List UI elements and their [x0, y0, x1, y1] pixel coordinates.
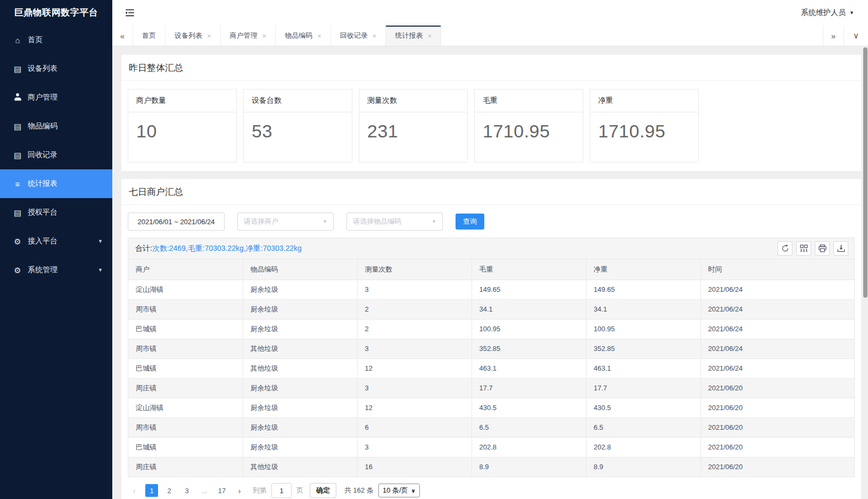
export-button[interactable]: [833, 241, 848, 256]
cell-measure-count: 3: [357, 437, 472, 457]
item-code-select[interactable]: 请选择物品编码 ▼: [346, 212, 443, 231]
cell-gross-weight: 100.95: [472, 319, 586, 339]
close-icon[interactable]: ×: [373, 32, 377, 39]
cell-measure-count: 12: [357, 358, 472, 378]
sidebar-item-label: 授权平台: [28, 208, 57, 217]
cell-item-code: 其他垃圾: [243, 457, 357, 477]
cell-time: 2021/06/20: [700, 437, 854, 457]
cell-net-weight: 352.85: [586, 339, 700, 358]
cell-item-code: 厨余垃圾: [243, 319, 357, 339]
tab-devices[interactable]: 设备列表 ×: [166, 26, 221, 46]
close-icon[interactable]: ×: [262, 32, 267, 39]
page-size-select[interactable]: 10 条/页 ∨: [378, 484, 420, 497]
next-page-button[interactable]: ›: [233, 484, 246, 497]
columns-icon: [800, 244, 808, 252]
card-gross-weight: 毛重 1710.95: [474, 89, 583, 162]
sidebar-item-devices[interactable]: ▤ 设备列表: [0, 54, 112, 83]
cell-net-weight: 149.65: [586, 280, 700, 299]
card-label: 设备台数: [244, 89, 352, 112]
card-device-count: 设备台数 53: [243, 89, 352, 162]
cell-measure-count: 2: [357, 299, 472, 319]
cell-time: 2021/06/24: [700, 299, 854, 319]
tab-merchants[interactable]: 商户管理 ×: [221, 26, 276, 46]
cell-gross-weight: 8.9: [472, 457, 586, 477]
sidebar-item-label: 商户管理: [28, 93, 57, 102]
card-label: 测量次数: [359, 89, 467, 112]
tab-item-codes[interactable]: 物品编码 ×: [276, 26, 331, 46]
goto-page-input[interactable]: [271, 483, 292, 498]
caret-down-icon: ▼: [323, 219, 327, 224]
sidebar-item-access-platform[interactable]: ⚙ 接入平台 ▼: [0, 227, 112, 256]
sidebar-item-auth-platform[interactable]: ▤ 授权平台: [0, 198, 112, 227]
chevron-down-icon: ▼: [98, 239, 103, 244]
sidebar-item-item-codes[interactable]: ▤ 物品编码: [0, 112, 112, 141]
cell-gross-weight: 463.1: [472, 358, 586, 378]
collapse-sidebar-button[interactable]: [125, 9, 134, 17]
sidebar-item-recycle-records[interactable]: ▤ 回收记录: [0, 141, 112, 169]
chevrons-left-icon: «: [120, 31, 125, 40]
tab-statistics[interactable]: 统计报表 ×: [386, 26, 441, 46]
search-button[interactable]: 查询: [456, 214, 484, 230]
cell-item-code: 厨余垃圾: [243, 398, 357, 418]
col-merchant: 商户: [128, 259, 243, 280]
tabs-menu-button[interactable]: ∨: [844, 26, 868, 46]
goto-confirm-button[interactable]: 确定: [310, 483, 336, 498]
cell-net-weight: 8.9: [586, 457, 700, 477]
print-button[interactable]: [815, 241, 830, 256]
table-tool-buttons: [774, 241, 848, 256]
sidebar: 巨鼎物联网数字平台 ⌂ 首页 ▤ 设备列表 商户管理 ▤ 物品编码 ▤ 回收记录…: [0, 0, 112, 499]
cell-measure-count: 16: [357, 457, 472, 477]
vertical-scrollbar[interactable]: [863, 47, 867, 298]
page-button-2[interactable]: 2: [163, 484, 176, 497]
app-root: 巨鼎物联网数字平台 ⌂ 首页 ▤ 设备列表 商户管理 ▤ 物品编码 ▤ 回收记录…: [0, 0, 868, 499]
tab-label: 首页: [142, 31, 156, 40]
page-button-1[interactable]: 1: [145, 484, 158, 497]
content: 昨日整体汇总 商户数量 10 设备台数 53 测量次数 231: [112, 46, 868, 499]
printer-icon: [819, 244, 826, 252]
sidebar-item-label: 统计报表: [28, 179, 57, 189]
chevron-right-icon: ›: [238, 486, 241, 495]
page-button-3[interactable]: 3: [180, 484, 193, 497]
prev-page-button[interactable]: ‹: [128, 484, 140, 497]
cell-time: 2021/06/20: [700, 378, 854, 398]
cell-measure-count: 2: [357, 319, 472, 339]
close-icon[interactable]: ×: [317, 32, 321, 39]
sidebar-item-statistics[interactable]: ≡ 统计报表: [0, 169, 112, 198]
cell-item-code: 厨余垃圾: [243, 437, 357, 457]
sidebar-item-home[interactable]: ⌂ 首页: [0, 26, 112, 54]
sidebar-item-system-management[interactable]: ⚙ 系统管理 ▼: [0, 256, 112, 284]
home-icon: ⌂: [12, 36, 23, 44]
app-title: 巨鼎物联网数字平台: [0, 0, 112, 26]
sidebar-item-label: 物品编码: [28, 121, 57, 131]
cell-merchant: 周市镇: [128, 299, 243, 319]
tab-home[interactable]: 首页: [133, 26, 166, 46]
card-value: 10: [128, 112, 236, 162]
tabs-scroll-right-button[interactable]: »: [823, 26, 844, 46]
page-button-17[interactable]: 17: [216, 484, 228, 497]
cell-item-code: 其他垃圾: [243, 339, 357, 358]
col-item-code: 物品编码: [243, 259, 357, 280]
gear-icon: ⚙: [12, 266, 23, 274]
cell-item-code: 其他垃圾: [243, 358, 357, 378]
sidebar-item-merchants[interactable]: 商户管理: [0, 83, 112, 112]
download-icon: [837, 244, 845, 252]
tabs-scroll-left-button[interactable]: «: [112, 26, 133, 46]
totals-summary: 合计:次数:2469,毛重:70303.22kg,净重:70303.22kg: [135, 244, 302, 253]
close-icon[interactable]: ×: [427, 32, 432, 39]
user-menu[interactable]: 系统维护人员 ▼: [801, 8, 854, 18]
cell-net-weight: 17.7: [586, 378, 700, 398]
list-icon: ≡: [12, 180, 23, 188]
tab-recycle-records[interactable]: 回收记录 ×: [331, 26, 386, 46]
table-row: 周市镇 其他垃圾 3 352.85 352.85 2021/06/24: [128, 339, 854, 358]
total-records: 共 162 条: [344, 486, 374, 495]
cell-gross-weight: 6.5: [472, 418, 586, 437]
table-row: 周市镇 厨余垃圾 2 34.1 34.1 2021/06/24: [128, 299, 854, 319]
report-table-block: 合计:次数:2469,毛重:70303.22kg,净重:70303.22kg: [128, 238, 855, 477]
refresh-button[interactable]: [778, 241, 792, 256]
merchant-select[interactable]: 请选择商户 ▼: [237, 212, 334, 231]
date-range-input[interactable]: [128, 212, 225, 231]
col-net-weight: 净重: [586, 259, 700, 280]
close-icon[interactable]: ×: [207, 32, 211, 39]
column-settings-button[interactable]: [796, 241, 811, 256]
cell-time: 2021/06/24: [700, 358, 854, 378]
